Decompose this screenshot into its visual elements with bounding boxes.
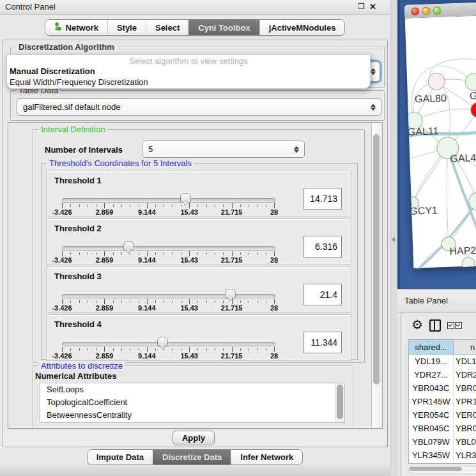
attribute-list-item[interactable]: TopologicalCoefficient	[40, 396, 344, 409]
cell-shared-name[interactable]: YBR045C	[409, 422, 454, 435]
cell-shared-name[interactable]: YDR27...	[409, 368, 454, 381]
threshold-slider-thumb[interactable]	[225, 289, 236, 299]
network-edge[interactable]	[414, 109, 476, 121]
checkbox-icon[interactable]	[455, 322, 462, 329]
number-of-intervals-label: Number of Intervals	[45, 145, 123, 155]
collapse-arrow-icon[interactable]	[392, 237, 395, 242]
attributes-to-discretize-group: Attributes to discretize Numerical Attri…	[33, 365, 353, 429]
tab-infer-network[interactable]: Infer Network	[231, 450, 302, 464]
network-node-bottom[interactable]	[462, 257, 475, 268]
cell-name[interactable]: YBR0	[454, 381, 476, 395]
numerical-attributes-list[interactable]: SelfLoopsTopologicalCoefficientBetweenne…	[40, 383, 345, 423]
tick-mark	[113, 204, 114, 207]
network-node-red[interactable]	[470, 102, 476, 118]
threshold-value-field[interactable]: 21.4	[303, 284, 342, 305]
network-node-GAL80[interactable]	[428, 73, 445, 90]
cell-shared-name[interactable]: YER054C	[409, 408, 454, 422]
checkbox-icon[interactable]	[447, 322, 454, 329]
table-row[interactable]: YBR045C YBR0	[409, 422, 476, 435]
tab-cyni-toolbox[interactable]: Cyni Toolbox	[188, 20, 259, 35]
cell-name[interactable]: YLR3	[454, 449, 476, 462]
tab-discretize-data[interactable]: Discretize Data	[153, 450, 231, 464]
threshold-slider-track[interactable]	[62, 342, 275, 346]
network-canvas[interactable]: GAL80GACGAL11GAL4GCY1HHAP2	[405, 15, 476, 269]
threshold-slider-thumb[interactable]	[157, 337, 168, 347]
close-traffic-light-icon[interactable]	[411, 7, 419, 15]
column-header-name[interactable]: n	[454, 340, 476, 354]
table-row[interactable]: YPR145W YPR1	[409, 395, 476, 408]
cell-name[interactable]: YPR1	[454, 395, 476, 408]
table-horizontal-scrollbar[interactable]	[408, 466, 476, 473]
minimize-traffic-light-icon[interactable]	[422, 7, 430, 15]
zoom-traffic-light-icon[interactable]	[433, 6, 441, 15]
tick-mark	[113, 348, 114, 351]
cell-shared-name[interactable]: YBL079W	[409, 435, 454, 449]
threshold-slider-thumb[interactable]	[123, 241, 134, 251]
threshold-value-field[interactable]: 11.344	[303, 332, 342, 353]
tick-mark	[215, 252, 215, 255]
close-icon[interactable]: ✕	[369, 2, 376, 12]
number-of-intervals-combobox[interactable]: 5	[142, 141, 305, 158]
popup-option-manual-discretization[interactable]: Manual Discretization	[10, 66, 95, 76]
cell-name[interactable]: YIL0	[454, 462, 476, 464]
table-row[interactable]: YER054C YER0	[409, 408, 476, 422]
tab-style[interactable]: Style	[107, 20, 146, 35]
cell-shared-name[interactable]: YLR345W	[409, 449, 454, 462]
table-row[interactable]: YBL079W YBL0	[409, 435, 476, 449]
split-columns-icon[interactable]	[429, 319, 441, 332]
tick-mark	[173, 252, 173, 255]
threshold-slider-track[interactable]	[62, 198, 275, 203]
tick-mark	[181, 252, 181, 255]
table-row[interactable]: YIL053C YIL0	[409, 462, 476, 464]
right-panel: GAL80GACGAL11GAL4GCY1HHAP2 Table Panel ⚙…	[397, 0, 476, 476]
table-row[interactable]: YLR345W YLR3	[409, 449, 476, 462]
network-view-window[interactable]: GAL80GACGAL11GAL4GCY1HHAP2	[404, 2, 476, 268]
cell-name[interactable]: YBL0	[454, 435, 476, 449]
tick-mark	[130, 204, 130, 207]
tick-mark	[139, 348, 139, 351]
popup-option-equal-width-frequency[interactable]: Equal Width/Frequency Discretization	[10, 77, 148, 87]
table-data-combobox-value: galFiltered.sif default node	[23, 102, 120, 112]
float-window-icon[interactable]: ❐	[358, 2, 365, 11]
threshold-slider-thumb[interactable]	[180, 193, 191, 203]
tab-impute-data[interactable]: Impute Data	[88, 450, 153, 464]
scrollbar-thumb[interactable]	[410, 467, 462, 471]
threshold-slider-track[interactable]	[62, 246, 275, 250]
table-row[interactable]: YDL19... YDL1	[409, 355, 476, 368]
cell-shared-name[interactable]: YIL053C	[409, 462, 454, 464]
node-table[interactable]: shared... n YDL19... YDL1 YDR27... YDR2 …	[408, 339, 476, 464]
scrollbar-thumb[interactable]	[373, 134, 380, 385]
numerical-attributes-items: SelfLoopsTopologicalCoefficientBetweenne…	[40, 383, 344, 422]
attribute-list-item[interactable]: SelfLoops	[40, 383, 344, 396]
cell-name[interactable]: YBR0	[454, 422, 476, 435]
cell-shared-name[interactable]: YPR145W	[409, 395, 454, 408]
cell-name[interactable]: YDL1	[454, 355, 476, 368]
cell-shared-name[interactable]: YDL19...	[409, 355, 454, 368]
attribute-list-item[interactable]: BetweennessCentrality	[40, 409, 344, 422]
cell-name[interactable]: YDR2	[454, 368, 476, 381]
stepper-arrows-icon	[371, 68, 376, 75]
tick-mark	[104, 251, 105, 256]
tab-select[interactable]: Select	[146, 20, 188, 35]
apply-button[interactable]: Apply	[173, 431, 215, 445]
network-graph[interactable]: GAL80GACGAL11GAL4GCY1HHAP2	[405, 15, 476, 269]
threshold-value-field[interactable]: 6.316	[303, 236, 342, 257]
cell-name[interactable]: YER0	[454, 408, 476, 422]
tab-network[interactable]: Network	[45, 20, 107, 35]
table-row[interactable]: YBR043C YBR0	[409, 381, 476, 395]
settings-vertical-scrollbar[interactable]	[371, 123, 381, 427]
table-panel-header: Table Panel	[397, 289, 476, 313]
attributes-list-scrollbar[interactable]	[335, 383, 344, 422]
threshold-slider-track[interactable]	[62, 294, 275, 298]
tick-mark	[223, 252, 224, 255]
threshold-value-field[interactable]: 14.713	[303, 188, 342, 210]
table-row[interactable]: YDR27... YDR2	[409, 368, 476, 381]
scrollbar-thumb[interactable]	[337, 385, 343, 419]
tick-mark	[147, 203, 148, 208]
cell-shared-name[interactable]: YBR043C	[409, 381, 454, 395]
column-header-shared-name[interactable]: shared...	[409, 340, 454, 354]
table-data-combobox[interactable]: galFiltered.sif default node	[17, 98, 381, 116]
tab-cyni-toolbox-label: Cyni Toolbox	[198, 23, 250, 33]
tab-jactivemnodules[interactable]: jActiveMNodules	[259, 20, 345, 35]
gear-icon[interactable]: ⚙	[411, 317, 423, 332]
